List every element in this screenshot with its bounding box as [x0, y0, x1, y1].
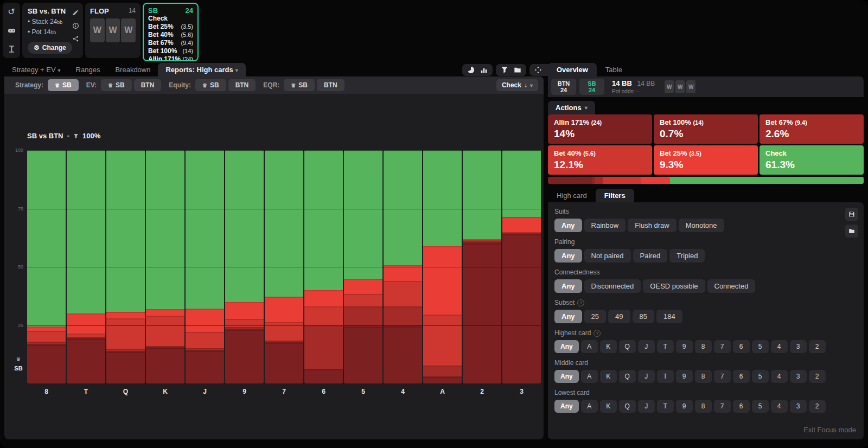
filter-chip-any[interactable]: Any [554, 400, 579, 413]
folder-icon-button[interactable] [514, 66, 521, 74]
filter-chip-49[interactable]: 49 [608, 310, 630, 323]
report-bar-4[interactable] [384, 150, 422, 383]
tab-reports-high-cards[interactable]: Reports: High cards▾ [158, 63, 245, 76]
filter-chip-j[interactable]: J [638, 370, 655, 383]
filter-chip-184[interactable]: 184 [656, 310, 682, 323]
gamepad-icon-button[interactable] [8, 27, 16, 35]
folder-icon-button[interactable] [845, 225, 858, 238]
filter-chip-4[interactable]: 4 [771, 370, 788, 383]
filter-chip-6[interactable]: 6 [733, 370, 750, 383]
node-action-row[interactable]: Check [148, 15, 193, 23]
filter-chip-k[interactable]: K [600, 400, 617, 413]
tab-high-card[interactable]: High card [548, 189, 596, 202]
filter-chip-7[interactable]: 7 [714, 400, 731, 413]
tab-filters[interactable]: Filters [596, 189, 634, 202]
filter-chip-2[interactable]: 2 [809, 340, 826, 353]
filter-chip-9[interactable]: 9 [676, 400, 693, 413]
filter-chip-a[interactable]: A [581, 340, 598, 353]
report-bar-T[interactable] [67, 150, 105, 383]
filter-chip-t[interactable]: T [657, 400, 674, 413]
pie-chart-icon-button[interactable] [467, 66, 475, 74]
filter-chip-any[interactable]: Any [554, 340, 579, 353]
history-icon-button[interactable]: ↺ [8, 8, 15, 16]
btn-player-box[interactable]: BTN 24 [551, 79, 576, 95]
filter-chip-oesd-possible[interactable]: OESD possible [643, 279, 705, 293]
filter-chip-t[interactable]: T [657, 370, 674, 383]
report-bar-6[interactable] [304, 150, 343, 383]
action-tile-bet-40-[interactable]: Bet 40% (5.6)12.1% [548, 145, 652, 175]
filter-chip-any[interactable]: Any [554, 249, 582, 263]
report-bar-K[interactable] [146, 150, 184, 383]
report-bar-5[interactable] [344, 150, 382, 383]
sb-player-box[interactable]: SB 24 [579, 79, 604, 95]
info-icon-button[interactable] [72, 22, 79, 29]
filter-chip-7[interactable]: 7 [714, 370, 731, 383]
filter-chip-not-paired[interactable]: Not paired [584, 249, 631, 263]
toolbar-chip-btn[interactable]: BTN [317, 79, 344, 91]
filter-chip-flush-draw[interactable]: Flush draw [628, 219, 676, 232]
action-tile-bet-25-[interactable]: Bet 25% (3.5)9.3% [654, 145, 758, 175]
filter-chip-2[interactable]: 2 [809, 370, 826, 383]
filter-chip-a[interactable]: A [581, 400, 598, 413]
filter-chip-tripled[interactable]: Tripled [669, 249, 705, 263]
report-bar-Q[interactable] [106, 150, 145, 383]
toolbar-chip-sb[interactable]: ♛SB [48, 79, 79, 91]
toolbar-chip-btn[interactable]: BTN [134, 79, 162, 91]
filter-chip-9[interactable]: 9 [676, 370, 693, 383]
filter-chip-2[interactable]: 2 [809, 400, 826, 413]
filter-chip-5[interactable]: 5 [752, 340, 769, 353]
toolbar-chip-sb[interactable]: ♛SB [195, 79, 226, 91]
filter-chip-connected[interactable]: Connected [707, 279, 756, 293]
filter-chip-25[interactable]: 25 [584, 310, 606, 323]
filter-chip-paired[interactable]: Paired [633, 249, 668, 263]
node-action-row[interactable]: Bet 100%(14) [148, 47, 193, 55]
tab-breakdown[interactable]: Breakdown [107, 63, 158, 76]
tab-ranges[interactable]: Ranges [68, 63, 108, 76]
toolbar-chip-sb[interactable]: ♛SB [101, 79, 132, 91]
action-tile-bet-100-[interactable]: Bet 100% (14)0.7% [654, 114, 758, 144]
filter-chip-5[interactable]: 5 [752, 400, 769, 413]
stack-depth-icon-button[interactable] [8, 45, 16, 53]
node-action-row[interactable]: Bet 25%(3.5) [148, 23, 193, 31]
filter-chip-rainbow[interactable]: Rainbow [584, 219, 626, 232]
filter-chip-any[interactable]: Any [554, 370, 579, 383]
filter-chip-k[interactable]: K [600, 370, 617, 383]
pencil-icon-button[interactable] [72, 9, 79, 16]
report-bar-J[interactable] [186, 150, 224, 383]
change-button[interactable]: ⚙ Change [28, 42, 72, 54]
exit-focus-mode-button[interactable]: Exit Focus mode [803, 426, 856, 434]
filter-chip-6[interactable]: 6 [733, 400, 750, 413]
action-tile-check[interactable]: Check 61.3% [760, 145, 864, 175]
tab-strategy-ev[interactable]: Strategy + EV▾ [4, 63, 68, 76]
action-tile-allin-171-[interactable]: Allin 171% (24)14% [548, 114, 652, 144]
filter-chip-any[interactable]: Any [554, 310, 582, 323]
tab-overview[interactable]: Overview [548, 63, 597, 76]
filter-chip-5[interactable]: 5 [752, 370, 769, 383]
filter-chip-any[interactable]: Any [554, 279, 582, 293]
flop-panel[interactable]: FLOP 14 WWW [85, 3, 141, 58]
filter-icon-button[interactable] [501, 66, 508, 74]
filter-chip-q[interactable]: Q [619, 370, 636, 383]
report-bar-8[interactable] [27, 150, 66, 383]
filter-chip-8[interactable]: 8 [695, 400, 712, 413]
filter-chip-j[interactable]: J [638, 340, 655, 353]
filter-chip-8[interactable]: 8 [695, 340, 712, 353]
save-icon-button[interactable] [845, 208, 858, 221]
node-action-row[interactable]: Allin 171%(24) [148, 55, 193, 61]
filter-chip-9[interactable]: 9 [676, 340, 693, 353]
report-bar-A[interactable] [423, 150, 462, 383]
filter-chip-monotone[interactable]: Monotone [679, 219, 724, 232]
filter-chip-q[interactable]: Q [619, 400, 636, 413]
filter-chip-85[interactable]: 85 [633, 310, 654, 323]
node-action-row[interactable]: Bet 67%(9.4) [148, 39, 193, 47]
filter-chip-6[interactable]: 6 [733, 340, 750, 353]
filter-chip-4[interactable]: 4 [771, 340, 788, 353]
filter-chip-a[interactable]: A [581, 370, 598, 383]
bar-chart-icon-button[interactable] [480, 66, 488, 74]
toolbar-chip-btn[interactable]: BTN [228, 79, 256, 91]
filter-chip-q[interactable]: Q [619, 340, 636, 353]
filter-chip-any[interactable]: Any [554, 219, 582, 232]
filter-chip-3[interactable]: 3 [790, 370, 807, 383]
toolbar-chip-sb[interactable]: ♛SB [284, 79, 315, 91]
report-bar-9[interactable] [225, 150, 264, 383]
